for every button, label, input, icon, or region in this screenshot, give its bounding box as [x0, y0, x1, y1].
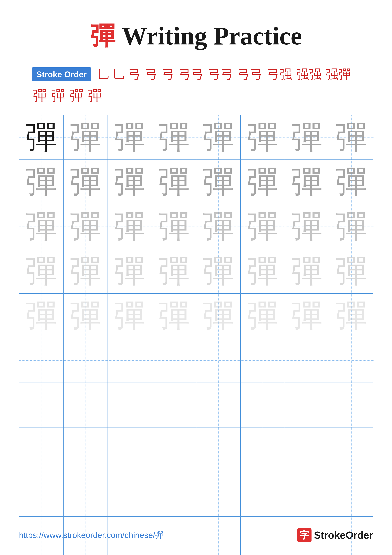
- grid-cell[interactable]: 彈: [196, 249, 241, 293]
- grid-cell[interactable]: 彈: [64, 204, 108, 249]
- grid-cell[interactable]: 彈: [196, 115, 241, 160]
- grid-cell[interactable]: 彈: [64, 294, 108, 338]
- grid-cell[interactable]: 彈: [241, 294, 285, 338]
- grid-cell[interactable]: [285, 427, 329, 472]
- grid-cell[interactable]: [19, 427, 64, 472]
- grid-cell[interactable]: 彈: [196, 160, 241, 204]
- stroke-step: 强强: [296, 66, 322, 83]
- grid-cell[interactable]: [152, 472, 196, 516]
- grid-cell[interactable]: [108, 383, 152, 427]
- grid-cell[interactable]: 彈: [241, 204, 285, 249]
- practice-char: 彈: [25, 166, 57, 198]
- grid-cell[interactable]: 彈: [152, 204, 196, 249]
- stroke-step-bold: 彈: [33, 86, 47, 105]
- grid-cell[interactable]: 彈: [329, 249, 373, 293]
- stroke-step: 弓强: [267, 66, 292, 83]
- grid-cell[interactable]: [196, 383, 241, 427]
- title-character: 彈: [90, 22, 115, 50]
- grid-cell[interactable]: 彈: [19, 294, 64, 338]
- grid-cell[interactable]: [329, 383, 373, 427]
- practice-char: 彈: [70, 211, 101, 242]
- grid-cell[interactable]: [329, 338, 373, 383]
- grid-cell[interactable]: 彈: [196, 294, 241, 338]
- grid-cell[interactable]: 彈: [241, 115, 285, 160]
- grid-cell[interactable]: [241, 472, 285, 516]
- grid-cell[interactable]: [196, 338, 241, 383]
- grid-cell[interactable]: [196, 427, 241, 472]
- grid-cell[interactable]: [329, 472, 373, 516]
- grid-cell[interactable]: [64, 472, 108, 516]
- grid-cell[interactable]: [108, 427, 152, 472]
- grid-cell[interactable]: [64, 383, 108, 427]
- stroke-step-bold: 彈: [51, 86, 65, 105]
- grid-cell[interactable]: 彈: [285, 160, 329, 204]
- stroke-chars-row1: ⺃ ⺃ 弓 弓 弓 弓弓 弓弓 弓弓 弓强 强强 强彈: [96, 66, 352, 83]
- grid-cell[interactable]: [285, 338, 329, 383]
- grid-cell[interactable]: 彈: [152, 160, 196, 204]
- grid-cell[interactable]: 彈: [241, 249, 285, 293]
- grid-cell[interactable]: 彈: [152, 294, 196, 338]
- grid-cell[interactable]: [285, 383, 329, 427]
- grid-cell[interactable]: 彈: [108, 160, 152, 204]
- grid-cell[interactable]: 彈: [64, 115, 108, 160]
- grid-cell[interactable]: 彈: [19, 160, 64, 204]
- grid-cell[interactable]: 彈: [241, 160, 285, 204]
- grid-cell[interactable]: 彈: [108, 115, 152, 160]
- grid-cell[interactable]: 彈: [19, 204, 64, 249]
- footer-url[interactable]: https://www.strokeorder.com/chinese/彈: [19, 530, 163, 541]
- grid-cell[interactable]: 彈: [329, 294, 373, 338]
- stroke-step-bold: 彈: [88, 86, 102, 105]
- grid-cell[interactable]: 彈: [329, 160, 373, 204]
- grid-cell[interactable]: 彈: [285, 294, 329, 338]
- grid-cell[interactable]: 彈: [64, 160, 108, 204]
- practice-char: 彈: [114, 255, 146, 287]
- practice-char: 彈: [70, 255, 101, 287]
- grid-cell[interactable]: [241, 338, 285, 383]
- grid-cell[interactable]: [285, 472, 329, 516]
- grid-cell[interactable]: 彈: [329, 204, 373, 249]
- grid-cell[interactable]: 彈: [108, 204, 152, 249]
- practice-char: 彈: [247, 122, 278, 153]
- grid-cell[interactable]: [19, 383, 64, 427]
- grid-cell[interactable]: 彈: [64, 249, 108, 293]
- practice-char: 彈: [158, 300, 190, 332]
- stroke-step: 弓弓: [179, 66, 204, 83]
- stroke-step: ⺃: [97, 67, 109, 82]
- grid-cell[interactable]: [19, 338, 64, 383]
- grid-cell[interactable]: 彈: [108, 249, 152, 293]
- grid-cell[interactable]: [19, 472, 64, 516]
- grid-cell[interactable]: [241, 427, 285, 472]
- practice-char: 彈: [114, 300, 146, 332]
- grid-cell[interactable]: 彈: [285, 115, 329, 160]
- grid-cell[interactable]: 彈: [152, 249, 196, 293]
- stroke-step: 弓: [128, 66, 141, 83]
- grid-cell[interactable]: [329, 427, 373, 472]
- grid-cell[interactable]: 彈: [285, 204, 329, 249]
- practice-char: 彈: [291, 255, 323, 287]
- grid-cell[interactable]: [108, 338, 152, 383]
- stroke-step-bold: 彈: [70, 86, 84, 105]
- grid-row: [19, 338, 373, 383]
- grid-cell[interactable]: [152, 427, 196, 472]
- grid-cell[interactable]: 彈: [196, 204, 241, 249]
- grid-row: 彈 彈 彈 彈 彈 彈 彈 彈: [19, 249, 373, 294]
- grid-cell[interactable]: [64, 427, 108, 472]
- practice-char: 彈: [114, 166, 146, 198]
- grid-cell[interactable]: 彈: [108, 294, 152, 338]
- practice-char: 彈: [25, 122, 57, 153]
- grid-cell[interactable]: [108, 472, 152, 516]
- grid-cell[interactable]: [152, 338, 196, 383]
- grid-cell[interactable]: [152, 383, 196, 427]
- grid-cell[interactable]: [196, 472, 241, 516]
- practice-char: 彈: [203, 211, 234, 242]
- grid-row: [19, 472, 373, 517]
- grid-cell[interactable]: 彈: [19, 249, 64, 293]
- grid-cell[interactable]: 彈: [19, 115, 64, 160]
- practice-char: 彈: [335, 255, 367, 287]
- grid-cell[interactable]: 彈: [285, 249, 329, 293]
- grid-cell[interactable]: 彈: [329, 115, 373, 160]
- practice-char: 彈: [335, 122, 367, 153]
- grid-cell[interactable]: [241, 383, 285, 427]
- grid-cell[interactable]: 彈: [152, 115, 196, 160]
- grid-cell[interactable]: [64, 338, 108, 383]
